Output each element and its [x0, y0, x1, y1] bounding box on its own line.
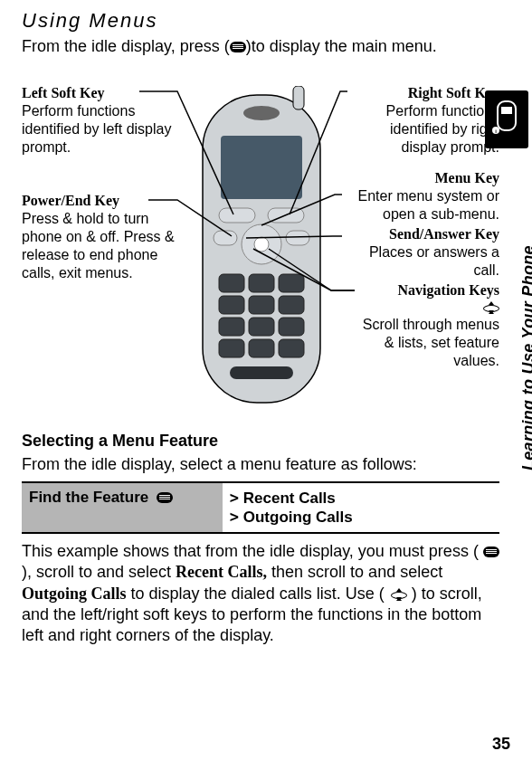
- example-part: then scroll to and select: [267, 563, 442, 581]
- table-row: Find the Feature > Recent Calls > Outgoi…: [22, 482, 499, 533]
- sub-intro: From the idle display, select a menu fea…: [22, 454, 499, 475]
- find-feature-cell: Find the Feature: [22, 482, 223, 533]
- menu-icon: [157, 492, 173, 503]
- svg-rect-23: [498, 101, 516, 130]
- chevron-right-icon: >: [230, 508, 239, 526]
- callout-head: Navigation Keys: [355, 281, 499, 299]
- callout-power-end-key: Power/End Key Press & hold to turn phone…: [22, 192, 185, 282]
- phone-figure: Left Soft Key Perform functions identifi…: [22, 70, 499, 423]
- callout-body: Enter menu system or open a sub-menu.: [340, 187, 499, 223]
- section-title: Using Menus: [22, 9, 499, 33]
- callout-body: Perform functions identified by right di…: [351, 102, 499, 157]
- find-feature-label: Find the Feature: [29, 489, 148, 506]
- example-part: to display the dialed calls list. Use (: [127, 585, 389, 603]
- callout-body: Scroll through menus & lists, set featur…: [355, 316, 499, 370]
- callout-head: Power/End Key: [22, 192, 185, 210]
- callout-head: Right Soft Key: [351, 84, 499, 102]
- example-part: ), scroll to and select: [22, 563, 176, 581]
- step-label: Recent Calls: [243, 490, 336, 507]
- callout-body: Places or answers a call.: [342, 243, 499, 280]
- example-part: This example shows that from the idle di…: [22, 542, 479, 560]
- callout-head: Left Soft Key: [22, 84, 181, 102]
- step-label: Outgoing Calls: [243, 509, 353, 526]
- intro-text: From the idle display, press ()to displa…: [22, 36, 499, 57]
- find-feature-table: Find the Feature > Recent Calls > Outgoi…: [22, 481, 499, 534]
- menu-icon: [483, 547, 499, 557]
- scroll-icon: [389, 588, 407, 601]
- scroll-icon: [481, 301, 499, 314]
- callout-head: Send/Answer Key: [342, 225, 499, 243]
- example-recent-calls: Recent Calls,: [176, 563, 267, 581]
- subheading: Selecting a Menu Feature: [22, 432, 499, 451]
- svg-rect-24: [501, 107, 512, 114]
- intro-after: )to display the main menu.: [246, 37, 437, 55]
- sidebar-chapter-label: Learning to Use Your Phone: [519, 245, 532, 471]
- callout-head: Menu Key: [340, 169, 499, 187]
- feature-steps-cell: > Recent Calls > Outgoing Calls: [223, 482, 499, 533]
- callout-body: Press & hold to turn phone on & off. Pre…: [22, 210, 185, 282]
- example-paragraph: This example shows that from the idle di…: [22, 541, 499, 647]
- menu-icon: [230, 42, 246, 52]
- intro-before: From the idle display, press (: [22, 37, 230, 55]
- callout-right-soft-key: Right Soft Key Perform functions identif…: [351, 84, 499, 157]
- callout-left-soft-key: Left Soft Key Perform functions identifi…: [22, 84, 181, 157]
- sidebar-phone-icon: i: [485, 90, 528, 148]
- callout-menu-key: Menu Key Enter menu system or open a sub…: [340, 169, 499, 223]
- chevron-right-icon: >: [230, 489, 239, 507]
- page-number: 35: [492, 735, 510, 754]
- example-outgoing-calls: Outgoing Calls: [22, 585, 127, 603]
- callout-navigation-keys: Navigation Keys Scroll through menus & l…: [355, 281, 499, 370]
- callout-send-answer-key: Send/Answer Key Places or answers a call…: [342, 225, 499, 280]
- callout-body: Perform functions identified by left dis…: [22, 102, 181, 157]
